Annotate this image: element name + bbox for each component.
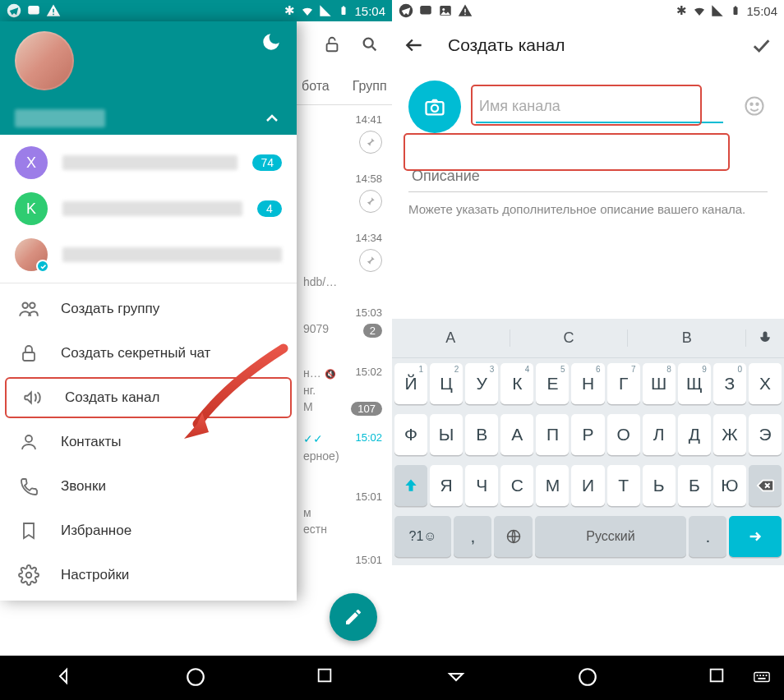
home-button[interactable] [577, 666, 600, 689]
chat-snippet: hdb/… [303, 275, 382, 288]
account-item[interactable]: X 74 [0, 140, 297, 186]
chat-time: 15:03 [303, 306, 382, 319]
mic-icon[interactable] [746, 329, 784, 346]
backspace-key[interactable] [749, 465, 782, 506]
unread-badge: 107 [351, 402, 382, 416]
svg-rect-14 [318, 670, 330, 682]
key[interactable]: Я [430, 465, 463, 506]
svg-rect-22 [735, 7, 736, 8]
suggestion[interactable]: С [510, 329, 629, 347]
key[interactable]: Д [678, 414, 711, 455]
phone-icon [18, 476, 39, 497]
tab-groups[interactable]: Групп [353, 79, 387, 94]
key[interactable]: Ж [713, 414, 746, 455]
chat-row[interactable]: 14:41 [297, 105, 392, 164]
favorites-item[interactable]: Избранное [0, 509, 297, 553]
key[interactable]: Ы [430, 414, 463, 455]
avatar-letter: X [26, 154, 36, 172]
keyboard-switch-icon[interactable] [753, 668, 772, 688]
key[interactable]: У3 [465, 363, 498, 404]
recents-button[interactable] [708, 666, 731, 689]
back-arrow-icon[interactable] [404, 35, 425, 56]
key[interactable]: Ш8 [643, 363, 676, 404]
symbols-key[interactable]: ?1☺ [394, 516, 451, 557]
key[interactable]: Г7 [607, 363, 640, 404]
key[interactable]: З0 [713, 363, 746, 404]
key[interactable]: Ю [713, 465, 746, 506]
key[interactable]: С [500, 465, 533, 506]
night-mode-icon[interactable] [261, 31, 282, 53]
key[interactable]: Х [749, 363, 782, 404]
emoji-icon[interactable] [743, 94, 768, 119]
key[interactable]: К4 [500, 363, 533, 404]
unread-badge: 74 [252, 154, 282, 171]
key[interactable]: М [536, 465, 569, 506]
lock-open-icon[interactable] [323, 35, 341, 53]
comma-key[interactable]: , [454, 516, 491, 557]
back-button[interactable] [54, 666, 77, 689]
search-icon[interactable] [361, 35, 379, 53]
period-key[interactable]: . [689, 516, 726, 557]
suggestion[interactable]: В [628, 329, 746, 347]
key[interactable]: Л [643, 414, 676, 455]
account-item[interactable] [0, 232, 297, 278]
tab-bots[interactable]: бота [302, 79, 330, 94]
key[interactable]: П [536, 414, 569, 455]
warning-icon [458, 3, 473, 18]
key[interactable]: Й1 [394, 363, 427, 404]
enter-key[interactable] [729, 516, 782, 557]
key[interactable]: Щ9 [678, 363, 711, 404]
settings-item[interactable]: Настройки [0, 553, 297, 597]
key[interactable]: О [607, 414, 640, 455]
chat-row[interactable]: 14:34 hdb/… [297, 223, 392, 298]
contacts-item[interactable]: Контакты [0, 420, 297, 464]
clock: 15:04 [354, 4, 385, 18]
key[interactable]: Т [607, 465, 640, 506]
svg-point-24 [431, 105, 438, 112]
key[interactable]: Э [749, 414, 782, 455]
home-button[interactable] [185, 666, 208, 689]
channel-description-input[interactable] [408, 159, 768, 192]
key[interactable]: Ф [394, 414, 427, 455]
key[interactable]: А [500, 414, 533, 455]
key[interactable]: В [465, 414, 498, 455]
space-key[interactable]: Русский [535, 516, 687, 557]
key[interactable]: Р [571, 414, 604, 455]
svg-point-7 [364, 39, 373, 48]
chevron-up-icon[interactable] [262, 108, 282, 128]
user-avatar[interactable] [15, 31, 74, 90]
key[interactable]: Ч [465, 465, 498, 506]
create-channel-item[interactable]: Создать канал [5, 377, 292, 418]
key[interactable]: Ц2 [430, 363, 463, 404]
confirm-icon[interactable] [749, 34, 772, 57]
chat-snippet: нг. [303, 384, 382, 397]
key[interactable]: Б [678, 465, 711, 506]
compose-fab[interactable] [330, 593, 377, 641]
back-button[interactable] [446, 666, 469, 689]
chat-row[interactable]: н… 🔇 15:02 нг. 107 М [297, 357, 392, 423]
chat-row[interactable]: 14:58 [297, 164, 392, 223]
chat-row[interactable]: 15:01 м естн [297, 482, 392, 546]
active-check-icon [36, 260, 49, 273]
channel-name-input[interactable] [476, 91, 723, 123]
keyboard-row: ФЫВАПРОЛДЖЭ [392, 409, 784, 460]
account-name-blurred [62, 155, 238, 170]
calls-item[interactable]: Звонки [0, 464, 297, 509]
shift-key[interactable] [394, 465, 427, 506]
suggestion[interactable]: А [392, 329, 510, 347]
svg-point-27 [756, 104, 758, 105]
chat-row[interactable]: 15:03 2 9079 [297, 298, 392, 357]
create-secret-chat-item[interactable]: Создать секретный чат [0, 331, 297, 375]
create-group-item[interactable]: Создать группу [0, 287, 297, 331]
key[interactable]: Н6 [571, 363, 604, 404]
chat-row[interactable]: ✓✓ 15:02 ерное) [297, 423, 392, 482]
read-checks-icon: ✓✓ [303, 432, 323, 445]
key[interactable]: Ь [643, 465, 676, 506]
recents-button[interactable] [316, 666, 339, 689]
account-item[interactable]: K 4 [0, 186, 297, 232]
globe-key[interactable] [494, 516, 532, 557]
channel-photo-button[interactable] [408, 81, 461, 133]
image-icon [438, 3, 453, 18]
key[interactable]: И [571, 465, 604, 506]
key[interactable]: Е5 [536, 363, 569, 404]
